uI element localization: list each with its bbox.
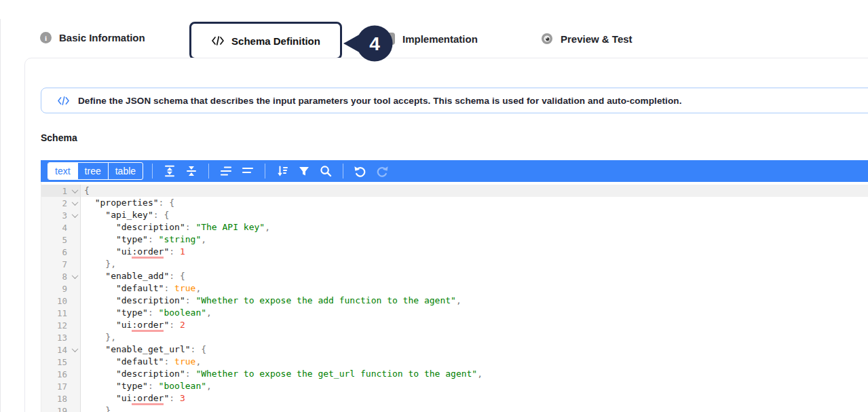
tab-label: Preview & Test xyxy=(561,33,633,45)
code-text[interactable]: "default": true, xyxy=(81,356,868,368)
undo-icon[interactable] xyxy=(352,162,369,180)
code-text[interactable]: "ui:order": 2 xyxy=(81,319,868,331)
gutter-cell: 16 xyxy=(41,368,81,380)
step-number: 4 xyxy=(369,33,380,54)
code-line[interactable]: 3 "api_key": { xyxy=(41,209,868,221)
code-text[interactable]: "enable_get_url": { xyxy=(81,343,868,356)
mode-switcher: text tree table xyxy=(48,162,143,180)
code-line[interactable]: 14 "enable_get_url": { xyxy=(41,343,868,356)
gutter-cell: 3 xyxy=(41,209,81,221)
tab-label: Basic Information xyxy=(59,32,145,43)
gutter-cell: 8 xyxy=(41,270,81,282)
gutter-cell: 14 xyxy=(41,343,81,356)
mode-tree-button[interactable]: tree xyxy=(77,163,108,179)
tab-schema-definition[interactable]: Schema Definition xyxy=(189,22,342,60)
gutter-cell: 18 xyxy=(41,392,81,405)
code-text[interactable]: } xyxy=(81,405,868,412)
schema-field-label: Schema xyxy=(41,132,77,143)
code-line[interactable]: 17 "type": "boolean", xyxy=(41,380,868,392)
line-number: 13 xyxy=(41,333,69,343)
code-text[interactable]: "description": "The API key", xyxy=(81,221,868,233)
fold-chevron-icon[interactable] xyxy=(69,189,80,193)
gutter-cell: 6 xyxy=(41,246,81,258)
code-text[interactable]: }, xyxy=(81,331,868,343)
code-text[interactable]: "properties": { xyxy=(81,197,868,209)
code-line[interactable]: 7 }, xyxy=(41,258,868,270)
gutter-cell: 15 xyxy=(41,356,81,368)
info-banner: Define the JSON schema that describes th… xyxy=(41,88,868,113)
code-line[interactable]: 12 "ui:order": 2 xyxy=(41,319,868,331)
code-line[interactable]: 13 }, xyxy=(41,331,868,343)
line-number: 1 xyxy=(41,186,69,196)
code-text[interactable]: { xyxy=(81,185,868,197)
search-icon[interactable] xyxy=(317,162,335,180)
mode-table-button[interactable]: table xyxy=(108,163,143,179)
code-line[interactable]: 8 "enable_add": { xyxy=(41,270,868,282)
code-line[interactable]: 18 "ui:order": 3 xyxy=(41,392,868,405)
compact-icon[interactable] xyxy=(239,162,257,180)
json-editor: text tree table xyxy=(41,160,868,412)
format-icon[interactable] xyxy=(217,162,235,180)
redo-icon[interactable] xyxy=(373,162,391,180)
fold-chevron-icon[interactable] xyxy=(69,274,80,279)
code-line[interactable]: 9 "default": true, xyxy=(41,282,868,295)
tool-editor-page: i Basic Information Schema Definition › … xyxy=(0,0,868,412)
tab-basic-information[interactable]: i Basic Information xyxy=(40,32,145,43)
code-line[interactable]: 2 "properties": { xyxy=(41,197,868,209)
editor-lines[interactable]: 1{2 "properties": {3 "api_key": {4 "desc… xyxy=(41,182,868,412)
toolbar-separator xyxy=(208,164,209,179)
filter-icon[interactable] xyxy=(295,162,313,180)
tab-implementation[interactable]: › Implementation xyxy=(383,33,478,45)
gutter-cell: 17 xyxy=(41,380,81,392)
code-line[interactable]: 6 "ui:order": 1 xyxy=(41,246,868,258)
line-number: 19 xyxy=(41,406,69,412)
code-text[interactable]: "ui:order": 3 xyxy=(81,392,868,405)
toolbar-separator xyxy=(152,164,153,179)
code-text[interactable]: "ui:order": 1 xyxy=(81,246,868,258)
page-left-border xyxy=(0,19,1,412)
code-text[interactable]: "description": "Whether to expose the ad… xyxy=(81,295,868,307)
line-number: 5 xyxy=(41,235,69,245)
fold-chevron-icon[interactable] xyxy=(69,201,80,206)
code-text[interactable]: "type": "boolean", xyxy=(81,380,868,392)
code-line[interactable]: 15 "default": true, xyxy=(41,356,868,368)
sort-icon[interactable] xyxy=(273,162,291,180)
tab-preview-test[interactable]: Preview & Test xyxy=(541,33,633,45)
fold-chevron-icon[interactable] xyxy=(69,213,80,218)
line-number: 3 xyxy=(41,210,69,221)
collapse-all-icon[interactable] xyxy=(183,162,200,180)
gutter-cell: 19 xyxy=(41,405,81,412)
code-text[interactable]: "type": "string", xyxy=(81,233,868,246)
gutter-cell: 2 xyxy=(41,197,81,209)
gutter-cell: 4 xyxy=(41,221,81,233)
code-text[interactable]: "default": true, xyxy=(81,282,868,295)
editor-toolbar: text tree table xyxy=(41,160,868,182)
code-line[interactable]: 1{ xyxy=(41,185,868,197)
expand-all-icon[interactable] xyxy=(161,162,178,180)
toolbar-separator xyxy=(265,164,265,179)
toolbar-separator xyxy=(343,164,343,179)
code-line[interactable]: 4 "description": "The API key", xyxy=(41,221,868,233)
code-line[interactable]: 10 "description": "Whether to expose the… xyxy=(41,295,868,307)
step-annotation-marker: 4 xyxy=(342,24,394,62)
line-number: 4 xyxy=(41,223,69,233)
code-line[interactable]: 16 "description": "Whether to expose the… xyxy=(41,368,868,380)
code-text[interactable]: "description": "Whether to expose the ge… xyxy=(81,368,868,380)
code-text[interactable]: }, xyxy=(81,258,868,270)
code-text[interactable]: "api_key": { xyxy=(81,209,868,221)
code-text[interactable]: "enable_add": { xyxy=(81,270,868,282)
gutter-cell: 1 xyxy=(41,185,81,197)
code-line[interactable]: 11 "type": "boolean", xyxy=(41,307,868,319)
line-number: 10 xyxy=(41,296,69,306)
line-number: 16 xyxy=(41,369,69,379)
line-number: 9 xyxy=(41,284,69,294)
tab-label: Implementation xyxy=(402,33,478,45)
fold-chevron-icon[interactable] xyxy=(69,348,80,352)
code-line[interactable]: 5 "type": "string", xyxy=(41,233,868,246)
gutter-cell: 12 xyxy=(41,319,81,331)
code-text[interactable]: "type": "boolean", xyxy=(81,307,868,319)
line-number: 7 xyxy=(41,259,69,269)
code-line[interactable]: 19 } xyxy=(41,405,868,412)
line-number: 2 xyxy=(41,198,69,208)
mode-text-button[interactable]: text xyxy=(48,163,77,179)
